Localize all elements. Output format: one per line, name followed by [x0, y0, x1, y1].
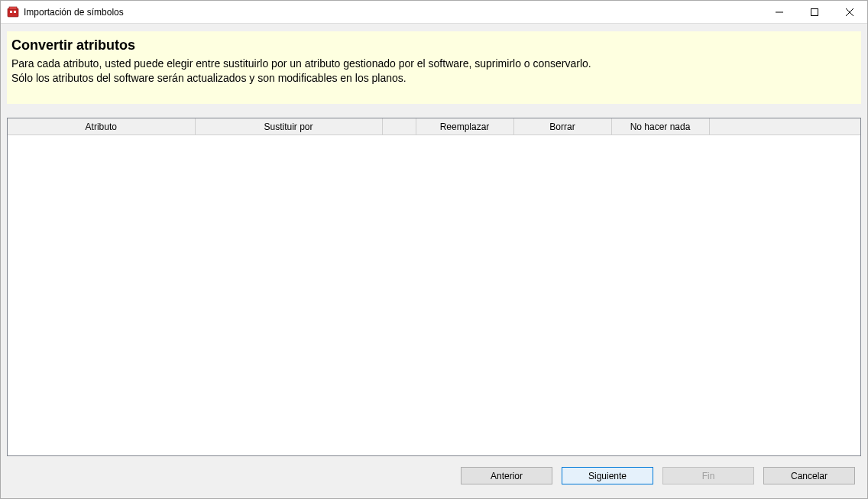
- titlebar: Importación de símbolos: [1, 1, 867, 24]
- content-area: Convertir atributos Para cada atributo, …: [1, 24, 867, 498]
- previous-button[interactable]: Anterior: [461, 467, 552, 484]
- close-button[interactable]: [832, 1, 867, 23]
- window-controls: [762, 1, 867, 23]
- info-line-2: Sólo los atributos del software serán ac…: [11, 71, 857, 86]
- svg-rect-1: [9, 7, 17, 9]
- col-header-delete[interactable]: Borrar: [513, 118, 611, 135]
- col-header-nothing[interactable]: No hacer nada: [611, 118, 709, 135]
- col-header-attribute[interactable]: Atributo: [8, 118, 195, 135]
- window-title: Importación de símbolos: [24, 7, 762, 18]
- dialog-window: Importación de símbolos Convertir atribu…: [0, 0, 868, 499]
- svg-rect-2: [10, 11, 12, 13]
- attributes-table-container: Atributo Sustituir por Reemplazar Borrar…: [7, 118, 861, 456]
- col-header-narrow[interactable]: [382, 118, 416, 135]
- info-heading: Convertir atributos: [11, 37, 857, 53]
- wizard-button-row: Anterior Siguiente Fin Cancelar: [7, 464, 861, 492]
- svg-rect-5: [811, 8, 818, 15]
- app-icon: [7, 6, 19, 18]
- info-panel: Convertir atributos Para cada atributo, …: [7, 31, 861, 104]
- attributes-table: Atributo Sustituir por Reemplazar Borrar…: [8, 118, 860, 136]
- col-header-rest[interactable]: [709, 118, 860, 135]
- cancel-button[interactable]: Cancelar: [763, 467, 855, 484]
- finish-button[interactable]: Fin: [662, 467, 754, 484]
- info-line-1: Para cada atributo, usted puede elegir e…: [11, 57, 857, 71]
- next-button[interactable]: Siguiente: [562, 467, 653, 484]
- minimize-button[interactable]: [762, 1, 797, 23]
- maximize-button[interactable]: [797, 1, 832, 23]
- col-header-substitute[interactable]: Sustituir por: [195, 118, 382, 135]
- svg-rect-3: [14, 11, 16, 13]
- svg-rect-0: [8, 8, 18, 17]
- col-header-replace[interactable]: Reemplazar: [416, 118, 513, 135]
